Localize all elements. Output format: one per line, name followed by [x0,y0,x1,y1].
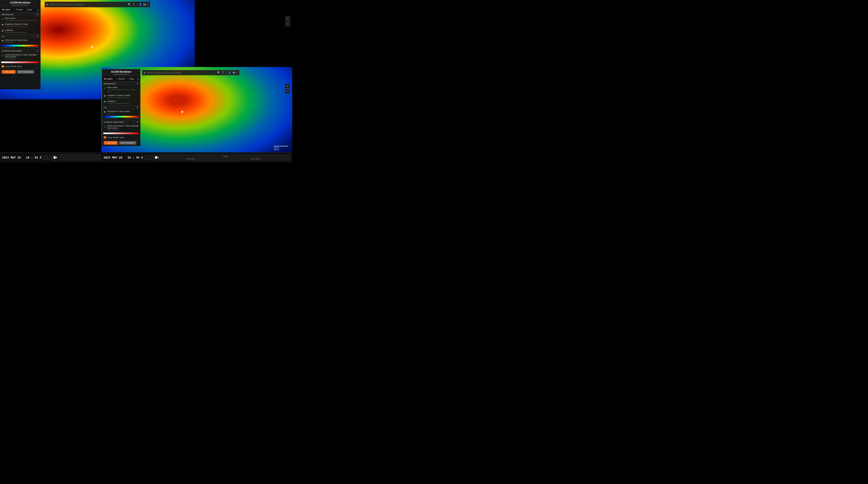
zoom-in-bottom[interactable]: + [285,84,290,89]
layer-eye-coastlines[interactable]: 👁 [1,29,4,32]
search-magnify-icon2[interactable]: 🔍 [217,71,220,74]
layer-eye-place-labels[interactable]: ⌀ [1,18,4,20]
layer-source-tropomi: TROPOMI [5,41,39,43]
colorbar-max2-tropomi: >=4.01176e+18 mol/cm² [124,118,139,119]
layer-carbon-monoxide: ⌀ Carbon Monoxide (L2, Daily, Day/Night,… [0,53,40,61]
search-share-icon2[interactable]: ⤴ [226,71,227,74]
layer-text2-carbon-monoxide: Carbon Monoxide (L2, Daily, Day/Night, T… [107,125,139,131]
layer-eye-tropomi[interactable]: 👁 [1,39,4,42]
layer-source-coastlines: © OpenStreetMap contributors [5,31,39,33]
search-magnify-icon[interactable]: 🔍 [128,3,131,6]
add-layers-button[interactable]: + Add Layers [2,70,16,74]
layer2-place-labels: ⌀ Place Labels © OpenStreetMap contribut… [102,86,140,94]
reference-section-header[interactable]: REFERENCE ▼ [0,12,40,17]
co2-section-header[interactable]: CO ▼ [102,105,140,110]
search-info-icon2[interactable]: ℹ [237,71,238,74]
nav2-layers[interactable]: ⊞ Layers [103,77,114,81]
colorbar-min-tropomi: < 1.0000e+18 mol/cm² [1,47,16,48]
tl-prev-top[interactable]: ‹ [42,155,47,159]
colorbar-min2-tropomi: < 1.0000e+18 mol/cm² [103,118,118,119]
colorbar-carbon [0,61,40,64]
zoom-controls-bottom: + − [285,84,290,94]
carbon-monoxide2-section-header[interactable]: CARBON MONOXIDE ▼ [102,120,140,124]
start-comparison-button[interactable]: Start Comparison [17,70,34,74]
search-share-icon[interactable]: ⤴ [136,3,137,6]
period-label-bottom: 1 DAY [223,155,228,157]
co-section-header[interactable]: CO ▼ [0,34,40,38]
nav2-data[interactable]: ↓ Data [127,77,135,81]
group-similar-layers-row: Group Similar Layers [0,64,40,69]
colorbar-gradient-carbon [1,61,39,63]
nav-layers[interactable]: ⊞ Layers [1,8,11,11]
layer-text2-tropomi: TROPOMI CO Total Column TROPOMI [107,111,139,115]
search-person-icon[interactable]: 👤 [139,3,142,6]
search-tools-bottom: 🔍 📍 ⤴ 👤 📷 ℹ [217,71,238,74]
sidebar2-nav: ⊞ Layers ☆ Events ↓ Data ⋀ [102,76,140,82]
search-person-icon2[interactable]: 👤 [228,71,231,74]
search-location-icon2[interactable]: 📍 [221,71,224,74]
nav-data[interactable]: ↓ Data [25,8,33,11]
search-arrow-icon: ▶ [46,3,48,6]
reference2-label: REFERENCE [104,83,116,85]
layer-eye2-place-labels[interactable]: ⌀ [103,87,106,90]
co-chevron: ▼ [37,35,39,37]
layer-eye-coastlines-borders[interactable]: 👁 [1,23,4,26]
layer-text-tropomi: TROPOMI CO Total Column TROPOMI [5,39,39,43]
zoom-out-bottom[interactable]: − [285,89,290,94]
tl-next-bottom[interactable]: › [149,155,153,159]
co2-label: CO [104,107,107,109]
colorbar-max-tropomi: >=4.01176e+18 mol/cm² [24,47,39,48]
nav2-collapse-btn[interactable]: ⋀ [137,77,139,81]
app-subtitle2: (Powered by NASA) [104,73,138,75]
nav-collapse-btn[interactable]: ⋀ [37,8,39,11]
tl-record-bottom[interactable] [154,155,159,160]
slash-icon: ⌀ [2,17,4,21]
nav2-events[interactable]: ☆ Events [115,77,126,81]
layer-eye2-coastlines-borders[interactable]: 👁 [103,95,106,97]
scale-mi-row: 500 mi [274,149,288,151]
layer-eye2-carbon-monoxide[interactable]: ⌀ [103,125,106,128]
search-location-icon[interactable]: 📍 [132,3,135,6]
slash-icon2: ⌀ [104,86,106,90]
nav-events[interactable]: ☆ Events [13,8,24,11]
date-display-bottom: 2023 MAY 20 [103,156,122,159]
search-input-top[interactable] [50,3,127,6]
search-info-icon[interactable]: ℹ [147,3,148,6]
search-input-bottom[interactable] [147,72,216,74]
group-similar-label: Group Similar Layers [5,65,22,67]
search-camera-icon[interactable]: 📷 [143,3,146,6]
timeline-track-bottom[interactable]: 1 DAY APR 2023 MAY 2023 [161,154,290,160]
reference2-section-header[interactable]: REFERENCE ▼ [102,82,140,86]
time-display-top: 2023 MAY 19 16 : 54 Z [2,156,41,159]
layer-text-coastlines-borders: Coastlines / Borders / Roads © OpenStree… [5,23,39,27]
tl-record-top[interactable] [52,155,58,160]
start-comparison-button2[interactable]: Start Comparison [119,141,136,145]
svg-rect-2 [155,156,157,159]
slash-icon-carbon: ⌀ [2,54,4,57]
colorbar-gradient2-tropomi [103,116,139,118]
layer-coastlines: 👁 Coastlines © OpenStreetMap contributor… [0,28,40,34]
layer-eye-carbon-monoxide[interactable]: ⌀ [1,54,4,57]
sidebar-panel-top: ACOM Worldview (Powered by NASA) ⊞ Layer… [0,0,40,89]
layer-name2-coastlines-borders: Coastlines / Borders / Roads [107,94,139,97]
layer-eye2-tropomi[interactable]: 👁 [103,111,106,114]
search-camera-icon2[interactable]: 📷 [232,71,236,74]
group-similar-checkbox[interactable] [2,65,4,67]
app-title2: ACOM Worldview [104,70,138,73]
group-similar-checkbox2[interactable] [104,136,106,139]
tl-next-top[interactable]: › [48,155,52,159]
zoom-out-top[interactable]: − [285,22,290,26]
add-layers-button2[interactable]: + Add Layers [104,141,118,145]
scale-bar-bottom: 500 km 500 mi [274,146,288,151]
layer-text2-coastlines: Coastlines © OpenStreetMap contributors [107,100,139,104]
carbon-monoxide-section-header[interactable]: CARBON MONOXIDE ▼ [0,49,40,53]
layer-source2-coastlines-borders: © OpenStreetMap contributors [107,97,139,99]
layer-eye2-coastlines[interactable]: 👁 [103,100,106,103]
carbon-monoxide2-chevron: ▼ [136,121,138,123]
star-marker-top: ★ [90,44,94,49]
co2-chevron: ▼ [136,107,138,109]
tl-prev-bottom[interactable]: ‹ [144,155,148,159]
colorbar2-carbon [102,132,140,135]
layer-text2-place-labels: Place Labels © OpenStreetMap contributor… [107,86,139,93]
zoom-in-top[interactable]: + [285,16,290,21]
